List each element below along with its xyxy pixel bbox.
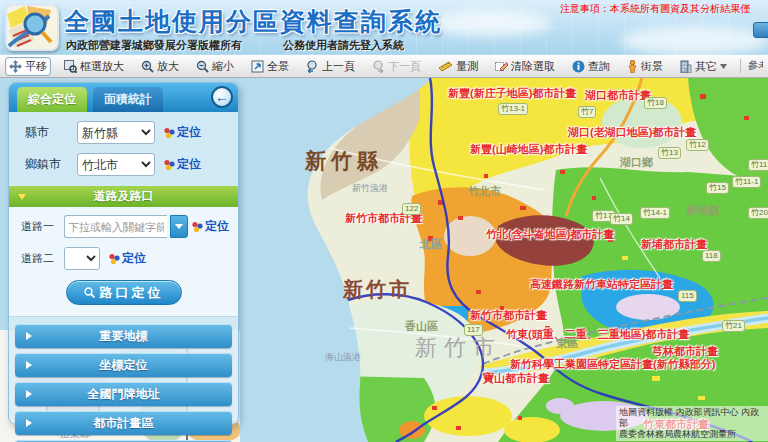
plan-label: 竹北(含斗崙地區)都市計畫 [486, 227, 614, 242]
place-label: 湖口鄉 [620, 155, 653, 170]
place-label: 東區 [556, 336, 578, 351]
accordion-landmarks[interactable]: 重要地標 [15, 324, 232, 348]
county-row: 縣市 新竹縣 定位 [9, 112, 238, 144]
zone-lavender-small [546, 398, 574, 414]
login-hint-text: 公務使用者請先登入系統 [283, 38, 404, 53]
chevron-down-icon [175, 224, 183, 229]
street-view-button[interactable]: 街景 [623, 57, 667, 76]
toolbar-label: 街景 [641, 59, 663, 74]
clear-selection-button[interactable]: 清除選取 [491, 57, 559, 76]
locate-label: 定位 [177, 156, 201, 173]
road1-locate-button[interactable]: 定位 [191, 218, 229, 235]
attribution-line1: 地圖資料版權 內政部資訊中心 內政部 [619, 407, 765, 429]
road-shield: 竹13-1 [498, 103, 528, 115]
box-zoom-button[interactable]: 框選放大 [60, 57, 128, 76]
accordion-label: 全國門牌地址 [88, 386, 160, 403]
more-tools-button[interactable]: 其它 [676, 57, 731, 76]
app-header: 全國土地使用分區資料查詢系統 內政部營建署城鄉發展分署版權所有 公務使用者請先登… [0, 0, 768, 55]
cloud-decoration [620, 26, 768, 55]
plan-label: 高速鐵路新竹車站特定區計畫 [530, 277, 673, 292]
accordion-label: 都市計畫區 [94, 415, 154, 432]
expand-arrow-icon [26, 332, 32, 340]
road-shield: 竹15 [706, 182, 729, 194]
place-label: 新竹漁港 [352, 182, 388, 195]
road-shield: 竹18 [644, 97, 667, 109]
header-corner-button[interactable] [753, 22, 768, 38]
plan-label: 湖口(老湖口地區)都市計畫 [568, 125, 696, 140]
search-panel: 綜合定位 面積統計 ← 縣市 新竹縣 定位 鄉鎮市 竹北市 定位 [8, 82, 239, 425]
plan-label: 新竹市都市計畫 [470, 308, 547, 323]
road2-locate-button[interactable]: 定位 [108, 250, 146, 267]
previous-view-button[interactable]: 上一頁 [302, 57, 359, 76]
toolbar-label: 其它 [695, 59, 717, 74]
query-info-icon [572, 60, 585, 73]
panel-header: 綜合定位 面積統計 ← [9, 83, 238, 112]
road-shield: 竹12 [686, 139, 709, 151]
tab-area-statistics[interactable]: 面積統計 [93, 87, 163, 112]
road1-dropdown-button[interactable] [170, 215, 188, 238]
road-shield: 117 [464, 324, 483, 336]
section-collapse-icon [18, 194, 26, 200]
toolbar-label: 查詢 [588, 59, 610, 74]
toolbar-label: 全景 [267, 59, 289, 74]
road-shield: 竹21 [722, 320, 745, 332]
locate-label: 定位 [205, 218, 229, 235]
pan-icon [9, 60, 22, 73]
place-label: 海山漁港 [325, 351, 361, 364]
place-label: 香山區 [405, 319, 438, 334]
locate-icon [163, 159, 175, 171]
intersection-locate-button[interactable]: 路口定位 [66, 280, 182, 305]
query-button[interactable]: 查詢 [568, 57, 614, 76]
toolbar-label: 下一頁 [388, 59, 421, 74]
toolbar-label: 清除選取 [511, 59, 555, 74]
plan-label: 湖口都市計畫 [585, 88, 651, 103]
plan-label: 新竹科學工業園區特定區計畫(新竹縣部分) [510, 357, 715, 372]
measure-button[interactable]: 量測 [434, 57, 482, 76]
zoom-out-button[interactable]: 縮小 [192, 57, 238, 76]
zoom-in-button[interactable]: 放大 [137, 57, 183, 76]
place-label-county: 新竹縣 [305, 147, 383, 175]
town-select[interactable]: 竹北市 [77, 153, 155, 176]
app-logo [5, 4, 59, 51]
toolbar-label: 上一頁 [322, 59, 355, 74]
zoom-in-icon [141, 60, 154, 73]
toolbar-label: 量測 [456, 59, 478, 74]
road1-input[interactable] [64, 215, 167, 238]
clear-selection-icon [495, 60, 508, 73]
full-extent-button[interactable]: 全景 [247, 57, 293, 76]
next-view-icon [372, 60, 385, 73]
attribution-line2: 農委會林務局農林航空測量所 [619, 429, 765, 440]
place-label-city-gray: 新竹市 [415, 333, 502, 363]
road2-select[interactable] [64, 247, 100, 270]
zoom-out-icon [196, 60, 209, 73]
county-select[interactable]: 新竹縣 [77, 121, 155, 144]
intersection-button-label: 路口定位 [100, 284, 164, 302]
map-toolbar: 平移 框選放大 放大 縮小 全景 上一頁 下一頁 量測 清除選取 查詢 [0, 55, 768, 78]
road-shield: 竹13 [658, 147, 681, 159]
road-section-header[interactable]: 道路及路口 [9, 186, 238, 207]
town-locate-button[interactable]: 定位 [163, 156, 201, 173]
reference-scale-text: 參考比例尺=1 [740, 59, 763, 73]
town-label: 鄉鎮市 [25, 156, 69, 173]
pan-button[interactable]: 平移 [5, 57, 51, 76]
place-label-city: 新竹市 [343, 276, 412, 303]
box-zoom-icon [64, 60, 77, 73]
next-view-button[interactable]: 下一頁 [368, 57, 425, 76]
tab-integrated-locate[interactable]: 綜合定位 [17, 87, 87, 112]
road1-label: 道路一 [21, 219, 61, 234]
accordion-coordinates[interactable]: 坐標定位 [15, 353, 232, 377]
copyright-text: 內政部營建署城鄉發展分署版權所有 [66, 38, 242, 53]
accordion-urban-plan[interactable]: 都市計畫區 [15, 411, 232, 435]
collapse-panel-button[interactable]: ← [211, 86, 233, 108]
toolbar-label: 平移 [25, 59, 47, 74]
zone-orange-small [399, 421, 425, 439]
accordion-label: 重要地標 [100, 328, 148, 345]
locate-icon [163, 127, 175, 139]
page-title: 全國土地使用分區資料查詢系統 [64, 5, 442, 38]
plan-label: 竹東(頭重、二重、三重地區)都市計畫 [506, 327, 689, 342]
road-shield: 122 [402, 203, 421, 215]
full-extent-icon [251, 60, 264, 73]
previous-view-icon [306, 60, 319, 73]
county-locate-button[interactable]: 定位 [163, 124, 201, 141]
accordion-address[interactable]: 全國門牌地址 [15, 382, 232, 406]
